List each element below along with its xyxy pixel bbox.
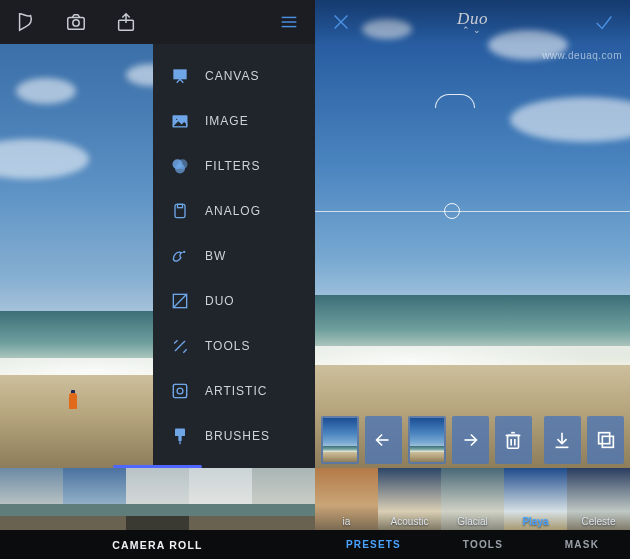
gradient-center-handle[interactable] <box>444 203 460 219</box>
left-pane: CANVAS IMAGE FILTERS ANALOG BW DUO <box>0 0 315 559</box>
svg-point-16 <box>183 251 185 253</box>
left-topbar <box>0 0 315 44</box>
svg-rect-14 <box>175 204 185 217</box>
share-icon[interactable] <box>114 10 138 34</box>
right-topbar: Duo ⌃⌄ <box>315 0 630 44</box>
right-pane: Duo ⌃⌄ www.deuaq.com ia Acoustic Glacial… <box>315 0 630 559</box>
thumbnail[interactable] <box>252 468 315 530</box>
confirm-icon[interactable] <box>592 10 616 34</box>
menu-item-canvas[interactable]: CANVAS <box>153 54 315 99</box>
brushes-icon <box>169 425 191 447</box>
svg-rect-19 <box>173 384 186 397</box>
svg-point-1 <box>73 20 79 26</box>
menu-label: DUO <box>205 294 235 308</box>
logo-icon[interactable] <box>14 10 38 34</box>
page-title: Duo <box>315 9 630 29</box>
filters-icon <box>169 155 191 177</box>
menu-label: TOOLS <box>205 339 250 353</box>
menu-label: ANALOG <box>205 204 261 218</box>
watermark: www.deuaq.com <box>542 50 622 61</box>
left-bottom-bar[interactable]: CAMERA ROLL <box>0 530 315 559</box>
menu-item-brushes[interactable]: BRUSHES <box>153 413 315 458</box>
preset-label: Playa <box>522 516 548 530</box>
svg-line-7 <box>177 80 180 83</box>
history-thumb-1[interactable] <box>321 416 359 464</box>
menu-item-bw[interactable]: BW <box>153 234 315 279</box>
svg-line-8 <box>180 80 183 83</box>
right-bottom-tabs: PRESETS TOOLS MASK <box>315 530 630 559</box>
download-button[interactable] <box>544 416 581 464</box>
menu-label: IMAGE <box>205 114 249 128</box>
svg-rect-35 <box>598 433 609 444</box>
svg-rect-20 <box>173 384 186 397</box>
thumbnail[interactable] <box>126 468 189 530</box>
analog-icon <box>169 200 191 222</box>
svg-line-18 <box>173 294 186 307</box>
preset-item[interactable]: ia <box>315 468 378 530</box>
history-action-row <box>321 416 624 464</box>
preset-item[interactable]: Acoustic <box>378 468 441 530</box>
menu-label: BW <box>205 249 226 263</box>
svg-point-21 <box>177 388 183 394</box>
thumbnail[interactable] <box>189 468 252 530</box>
menu-icon[interactable] <box>277 10 301 34</box>
preset-label: Acoustic <box>391 516 429 530</box>
app-root: CANVAS IMAGE FILTERS ANALOG BW DUO <box>0 0 630 559</box>
thumbnail[interactable] <box>0 468 63 530</box>
menu-item-tools[interactable]: TOOLS <box>153 323 315 368</box>
preset-label: Celeste <box>582 516 616 530</box>
image-icon <box>169 110 191 132</box>
bw-icon <box>169 245 191 267</box>
preset-strip[interactable]: ia Acoustic Glacial Playa Celeste <box>315 468 630 530</box>
camera-roll-label: CAMERA ROLL <box>112 539 202 551</box>
menu-item-artistic[interactable]: ARTISTIC <box>153 368 315 413</box>
title-expand-icon: ⌃⌄ <box>315 25 630 35</box>
camera-icon[interactable] <box>64 10 88 34</box>
svg-rect-27 <box>508 435 519 448</box>
redo-button[interactable] <box>452 416 489 464</box>
preset-item-selected[interactable]: Playa <box>504 468 567 530</box>
delete-button[interactable] <box>495 416 532 464</box>
preset-item[interactable]: Celeste <box>567 468 630 530</box>
svg-rect-22 <box>175 428 185 436</box>
menu-label: FILTERS <box>205 159 260 173</box>
tab-mask[interactable]: MASK <box>565 539 599 550</box>
thumbnail[interactable] <box>63 468 126 530</box>
menu-label: ARTISTIC <box>205 384 267 398</box>
menu-item-duo[interactable]: DUO <box>153 278 315 323</box>
tab-presets[interactable]: PRESETS <box>346 539 401 550</box>
preset-label: Glacial <box>457 516 488 530</box>
svg-rect-6 <box>173 70 186 80</box>
camera-roll-strip[interactable] <box>0 468 315 530</box>
preset-label: ia <box>343 516 351 530</box>
close-icon[interactable] <box>329 10 353 34</box>
gradient-guide-line[interactable] <box>315 211 630 212</box>
menu-item-image[interactable]: IMAGE <box>153 99 315 144</box>
menu-item-filters[interactable]: FILTERS <box>153 144 315 189</box>
menu-item-analog[interactable]: ANALOG <box>153 189 315 234</box>
gradient-top-handle[interactable] <box>435 94 475 108</box>
svg-point-13 <box>175 164 185 174</box>
duo-icon <box>169 290 191 312</box>
menu-label: CANVAS <box>205 69 259 83</box>
svg-rect-34 <box>602 436 613 447</box>
right-canvas[interactable] <box>315 0 630 468</box>
canvas-icon <box>169 65 191 87</box>
undo-button[interactable] <box>365 416 402 464</box>
duplicate-button[interactable] <box>587 416 624 464</box>
menu-label: BRUSHES <box>205 429 270 443</box>
history-thumb-2[interactable] <box>408 416 446 464</box>
tool-category-menu: CANVAS IMAGE FILTERS ANALOG BW DUO <box>153 44 315 468</box>
preset-item[interactable]: Glacial <box>441 468 504 530</box>
tools-icon <box>169 335 191 357</box>
artistic-icon <box>169 380 191 402</box>
svg-rect-15 <box>178 204 183 207</box>
tab-tools[interactable]: TOOLS <box>463 539 503 550</box>
